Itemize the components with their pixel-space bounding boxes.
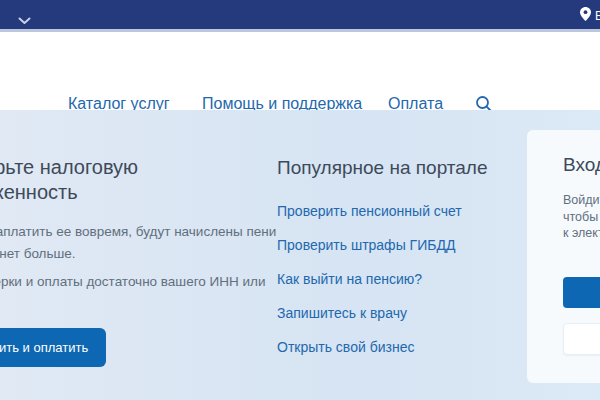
chevron-down-icon[interactable] — [18, 11, 31, 29]
login-card-title: Вход в Госуслуги — [563, 154, 600, 176]
hero-section: Проверьте налоговую задолженность Если н… — [0, 110, 600, 400]
login-card: Вход в Госуслуги Войдите или зарегистрир… — [527, 130, 600, 383]
tax-debt-description-2: Для проверки и оплаты достаточно вашего … — [0, 271, 276, 293]
tax-debt-description: Если не заплатить ее вовремя, будут начи… — [0, 221, 276, 265]
tax-debt-title: Проверьте налоговую задолженность — [0, 155, 276, 205]
list-item: Как выйти на пенсию? — [277, 270, 488, 288]
popular-links-list: Проверить пенсионный счет Проверить штра… — [277, 202, 488, 356]
main-navbar: Каталог услуг Помощь и поддержка Оплата — [0, 32, 600, 110]
list-item: Открыть свой бизнес — [277, 338, 488, 356]
link-doctor-appointment[interactable]: Запишитесь к врачу — [277, 305, 407, 321]
check-and-pay-button[interactable]: Проверить и оплатить — [0, 328, 106, 367]
list-item: Запишитесь к врачу — [277, 304, 488, 322]
login-button[interactable] — [563, 277, 600, 308]
link-traffic-fines[interactable]: Проверить штрафы ГИБДД — [277, 237, 455, 253]
popular-title: Популярное на портале — [277, 157, 488, 179]
location-label: В — [595, 9, 600, 23]
location-selector[interactable]: В — [580, 7, 600, 24]
register-button[interactable] — [563, 323, 600, 355]
list-item: Проверить пенсионный счет — [277, 202, 488, 220]
list-item: Проверить штрафы ГИБДД — [277, 236, 488, 254]
link-open-business[interactable]: Открыть свой бизнес — [277, 339, 414, 355]
top-header-bar: В — [0, 0, 600, 29]
location-pin-icon — [580, 7, 591, 24]
link-pension-account[interactable]: Проверить пенсионный счет — [277, 203, 462, 219]
link-retirement[interactable]: Как выйти на пенсию? — [277, 271, 422, 287]
page: В Каталог услуг Помощь и поддержка Оплат… — [0, 0, 600, 400]
login-card-description: Войдите или зарегистрируйтесь, чтобы пол… — [563, 192, 600, 242]
popular-block: Популярное на портале Проверить пенсионн… — [277, 157, 488, 372]
tax-debt-block: Проверьте налоговую задолженность Если н… — [0, 155, 276, 367]
